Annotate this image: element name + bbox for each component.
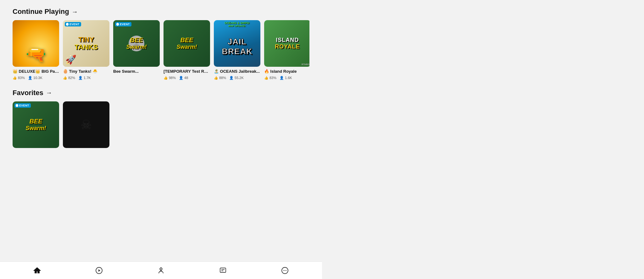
game-name-bee-test: [TEMPORARY Test Realm] Bee [164,69,210,74]
fav-card-bee[interactable]: BEE Swarm! EVENT [13,101,59,150]
game-name-jailbreak: 🏝️ OCEANS Jailbreak... [214,69,260,74]
continue-playing-row: 🔫 👑 DELUXE👑 BIG Paintball! 👍 83% 👤 10.3K [13,20,309,80]
favorites-section: Favorites → BEE Swarm! EVENT [13,89,309,150]
game-stats-bee-test: 👍 98% 👤 48 [164,76,210,80]
event-badge-tiny-tanks: EVENT [65,22,81,26]
game-name-paintball: 👑 DELUXE👑 BIG Paintball! [13,69,59,74]
continue-playing-header: Continue Playing → [13,8,309,16]
game-stats-tiny-tanks: 👍 82% 👤 1.7K [63,76,109,80]
game-stats-island-royale: 👍 83% 👤 1.6K [264,76,309,80]
fav-thumbnail-pirate: ☠ [63,101,109,148]
fav-card-pirate[interactable]: ☠ [63,101,109,150]
game-stats-jailbreak: 👍 88% 👤 55.2K [214,76,260,80]
game-card-bee-test[interactable]: BEE Swarm! [TEMPORARY Test Realm] Bee 👍 … [164,20,210,80]
rating-jailbreak: 👍 88% [214,76,226,80]
rating-tiny-tanks: 👍 82% [63,76,75,80]
event-badge-fav-bee: EVENT [14,103,31,108]
rating-island-royale: 👍 83% [264,76,276,80]
game-card-paintball[interactable]: 🔫 👑 DELUXE👑 BIG Paintball! 👍 83% 👤 10.3K [13,20,59,80]
players-bee-test: 👤 48 [179,76,188,80]
game-thumbnail-jailbreak: OCEANS & SHIPS! MAP UPDATE! JAIL BREAK [214,20,260,67]
game-name-tiny-tanks: 🥚 Tiny Tanks! 🐣 [63,69,109,74]
game-thumbnail-bee-test: BEE Swarm! [164,20,210,67]
game-thumbnail-bee-swarm: BEE Swarm! EVENT [113,20,160,67]
game-thumbnail-paintball: 🔫 [13,20,59,67]
game-card-tiny-tanks[interactable]: TINY TANKS 🚀 EVENT 🥚 Tiny Tanks! 🐣 👍 82% [63,20,109,80]
game-thumbnail-tiny-tanks: TINY TANKS 🚀 EVENT [63,20,109,67]
game-card-island-royale[interactable]: RTHRO ISLAND ROYALE 🔥 Island Royale 👍 83… [264,20,309,80]
players-jailbreak: 👤 55.2K [229,76,244,80]
continue-playing-title: Continue Playing [13,8,69,16]
favorites-header: Favorites → [13,89,309,97]
favorites-arrow[interactable]: → [46,89,52,96]
game-card-jailbreak[interactable]: OCEANS & SHIPS! MAP UPDATE! JAIL BREAK 🏝… [214,20,260,80]
favorites-row: BEE Swarm! EVENT ☠ [13,101,309,150]
game-name-bee-swarm: Bee Swarm... [113,69,160,74]
rating-bee-test: 👍 98% [164,76,176,80]
favorites-title: Favorites [13,89,43,97]
players-island-royale: 👤 1.6K [280,76,292,80]
game-stats-paintball: 👍 83% 👤 10.3K [13,76,59,80]
game-name-island-royale: 🔥 Island Royale [264,69,309,74]
continue-playing-arrow[interactable]: → [72,8,78,15]
players-tiny-tanks: 👤 1.7K [78,76,91,80]
fav-thumbnail-bee: BEE Swarm! EVENT [13,101,59,148]
rating-paintball: 👍 83% [13,76,25,80]
game-card-bee-swarm[interactable]: BEE Swarm! EVENT Bee Swarm [113,20,160,80]
players-paintball: 👤 10.3K [28,76,42,80]
game-thumbnail-island-royale: RTHRO ISLAND ROYALE [264,20,309,67]
